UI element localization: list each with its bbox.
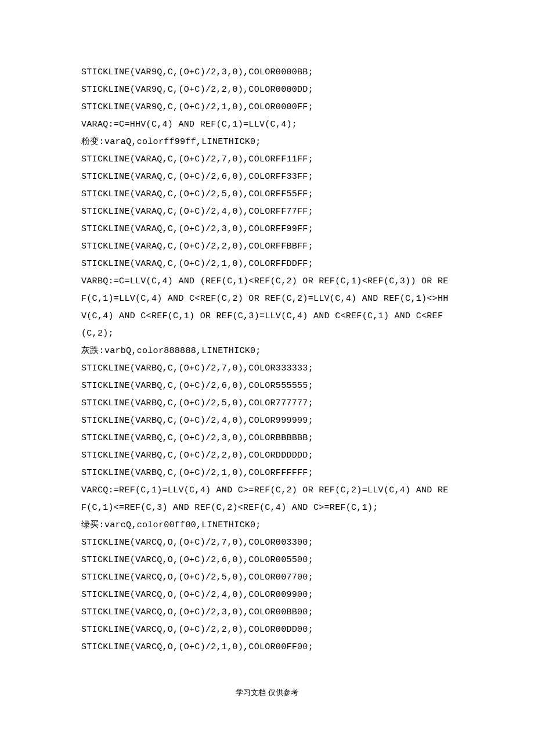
page-footer: 学习文档 仅供参考 [0,687,534,698]
code-line: STICKLINE(VARAQ,C,(O+C)/2,2,0),COLORFFBB… [81,238,453,255]
code-line: STICKLINE(VARBQ,C,(O+C)/2,3,0),COLORBBBB… [81,430,453,447]
code-line: STICKLINE(VAR9Q,C,(O+C)/2,2,0),COLOR0000… [81,81,453,99]
code-line: STICKLINE(VARBQ,C,(O+C)/2,1,0),COLORFFFF… [81,465,453,482]
code-line: STICKLINE(VARAQ,C,(O+C)/2,3,0),COLORFF99… [81,221,453,238]
code-line: STICKLINE(VARCQ,O,(O+C)/2,6,0),COLOR0055… [81,552,453,569]
code-line: STICKLINE(VARAQ,C,(O+C)/2,5,0),COLORFF55… [81,186,453,203]
code-line: 粉变:varaQ,colorff99ff,LINETHICK0; [81,134,453,151]
code-line: STICKLINE(VARBQ,C,(O+C)/2,2,0),COLORDDDD… [81,447,453,465]
code-line: 灰跌:varbQ,color888888,LINETHICK0; [81,343,453,360]
code-line: STICKLINE(VARAQ,C,(O+C)/2,7,0),COLORFF11… [81,151,453,168]
code-line: STICKLINE(VARBQ,C,(O+C)/2,6,0),COLOR5555… [81,377,453,395]
code-line: STICKLINE(VARCQ,O,(O+C)/2,5,0),COLOR0077… [81,569,453,586]
code-line: STICKLINE(VARCQ,O,(O+C)/2,2,0),COLOR00DD… [81,621,453,639]
code-block: STICKLINE(VAR9Q,C,(O+C)/2,3,0),COLOR0000… [81,64,453,656]
code-line: VARAQ:=C=HHV(C,4) AND REF(C,1)=LLV(C,4); [81,116,453,134]
code-line: VARCQ:=REF(C,1)=LLV(C,4) AND C>=REF(C,2)… [81,482,453,517]
code-line: STICKLINE(VARCQ,O,(O+C)/2,4,0),COLOR0099… [81,586,453,604]
code-line: STICKLINE(VARCQ,O,(O+C)/2,7,0),COLOR0033… [81,534,453,552]
code-line: 绿买:varcQ,color00ff00,LINETHICK0; [81,517,453,534]
code-line: STICKLINE(VARAQ,C,(O+C)/2,4,0),COLORFF77… [81,203,453,221]
code-line: STICKLINE(VARAQ,C,(O+C)/2,6,0),COLORFF33… [81,168,453,186]
code-line: STICKLINE(VAR9Q,C,(O+C)/2,3,0),COLOR0000… [81,64,453,81]
code-line: STICKLINE(VARBQ,C,(O+C)/2,4,0),COLOR9999… [81,412,453,430]
code-line: STICKLINE(VARCQ,O,(O+C)/2,1,0),COLOR00FF… [81,639,453,656]
document-page: STICKLINE(VAR9Q,C,(O+C)/2,3,0),COLOR0000… [0,0,534,679]
code-line: STICKLINE(VARBQ,C,(O+C)/2,7,0),COLOR3333… [81,360,453,377]
code-line: STICKLINE(VARAQ,C,(O+C)/2,1,0),COLORFFDD… [81,255,453,273]
code-line: STICKLINE(VARCQ,O,(O+C)/2,3,0),COLOR00BB… [81,604,453,621]
code-line: STICKLINE(VAR9Q,C,(O+C)/2,1,0),COLOR0000… [81,99,453,116]
code-line: VARBQ:=C=LLV(C,4) AND (REF(C,1)<REF(C,2)… [81,273,453,343]
code-line: STICKLINE(VARBQ,C,(O+C)/2,5,0),COLOR7777… [81,395,453,412]
